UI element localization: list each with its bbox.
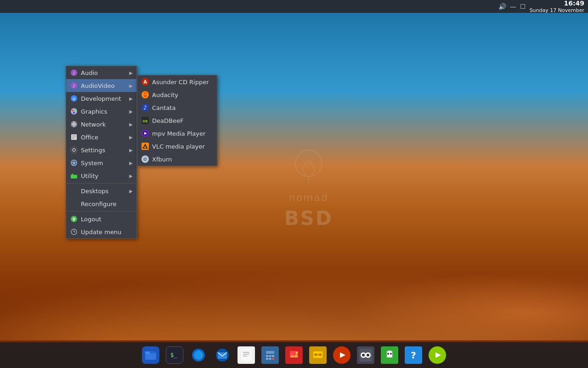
menu-item-office[interactable]: Office ▶ — [66, 131, 136, 144]
audiovideo-arrow: ▶ — [129, 83, 133, 88]
svg-rect-43 — [145, 353, 156, 360]
dock-item-help[interactable]: ? — [402, 344, 424, 366]
submenu-label-vlc: VLC media player — [152, 143, 205, 150]
dock-item-ristretto[interactable] — [283, 344, 305, 366]
submenu-audiovideo: A Asunder CD Ripper Audacity ♪ Cantata D… — [137, 75, 217, 166]
submenu-label-audacity: Audacity — [152, 92, 178, 98]
submenu-label-asunder: Asunder CD Ripper — [152, 79, 209, 86]
menu-item-logout[interactable]: Logout — [66, 213, 136, 225]
audio-arrow: ▶ — [129, 70, 133, 75]
svg-rect-57 — [266, 355, 268, 357]
context-menu: ♪ Audio ▶ ♪ AudioVideo ▶ ⚙ Development ▶… — [66, 66, 137, 239]
graphics-arrow: ▶ — [129, 109, 133, 114]
dock-item-firefox[interactable] — [187, 344, 209, 366]
menu-item-graphics[interactable]: Graphics ▶ — [66, 105, 136, 118]
xfburn-icon — [141, 155, 149, 163]
svg-point-81 — [390, 353, 392, 355]
development-icon: ⚙ — [70, 94, 78, 103]
menu-item-settings[interactable]: Settings ▶ — [66, 144, 136, 156]
svg-text:♪: ♪ — [73, 84, 75, 88]
svg-point-9 — [72, 109, 74, 111]
menu-item-desktops[interactable]: Desktops ▶ — [66, 184, 136, 197]
submenu-label-cantata: Cantata — [152, 104, 175, 111]
office-icon — [70, 133, 78, 141]
nomadbsd-logo: nomad BSD — [284, 147, 333, 230]
network-arrow: ▶ — [129, 122, 133, 127]
menu-item-utility[interactable]: Utility ▶ — [66, 169, 136, 182]
dock-item-files[interactable] — [140, 344, 162, 366]
nomadbsd-text-bsd: BSD — [284, 207, 333, 230]
svg-rect-44 — [145, 351, 150, 354]
svg-point-66 — [296, 352, 298, 354]
clock: 16:49 Sunday 17 November — [530, 0, 584, 13]
svg-text:♪: ♪ — [73, 71, 75, 75]
svg-point-80 — [387, 353, 389, 355]
submenu-item-cantata[interactable]: ♪ Cantata — [137, 101, 217, 114]
svg-text:⚙: ⚙ — [72, 97, 75, 101]
reconfigure-icon — [70, 200, 78, 208]
graphics-icon — [70, 107, 78, 115]
dock-item-terminal[interactable]: $_ — [164, 344, 186, 366]
deadbeef-icon: DB — [141, 116, 149, 125]
desktops-arrow: ▶ — [129, 189, 133, 194]
menu-label-audiovideo: AudioVideo — [81, 82, 114, 89]
menu-label-update: Update menu — [81, 229, 121, 236]
dock-item-nomadbsd[interactable] — [426, 344, 448, 366]
dock-item-calculator[interactable] — [259, 344, 281, 366]
svg-point-41 — [145, 159, 146, 160]
dock-item-media-player[interactable] — [331, 344, 353, 366]
svg-rect-61 — [269, 358, 271, 360]
office-arrow: ▶ — [129, 135, 133, 140]
menu-item-development[interactable]: ⚙ Development ▶ — [66, 92, 136, 105]
clock-date: Sunday 17 November — [530, 7, 584, 13]
submenu-item-mpv[interactable]: mpv Media Player — [137, 127, 217, 140]
dock-item-ghost[interactable] — [379, 344, 401, 366]
menu-item-audio[interactable]: ♪ Audio ▶ — [66, 66, 136, 79]
menu-item-system[interactable]: System ▶ — [66, 156, 136, 169]
submenu-item-xfburn[interactable]: Xfburn — [137, 153, 217, 166]
window-minimize-icon[interactable]: — — [510, 3, 516, 10]
volume-icon[interactable]: 🔊 — [498, 3, 506, 10]
menu-label-graphics: Graphics — [81, 108, 107, 115]
window-close-icon[interactable]: ☐ — [520, 3, 526, 10]
submenu-item-deadbeef[interactable]: DB DeaDBeeF — [137, 114, 217, 127]
dock-item-thunderbird[interactable] — [211, 344, 233, 366]
vlc-icon — [141, 142, 149, 150]
menu-item-update[interactable]: Update menu — [66, 225, 136, 238]
settings-icon — [70, 146, 78, 154]
settings-arrow: ▶ — [129, 148, 133, 153]
submenu-item-audacity[interactable]: Audacity — [137, 88, 217, 101]
svg-rect-60 — [266, 358, 268, 360]
clock-time: 16:49 — [530, 0, 584, 7]
submenu-item-vlc[interactable]: VLC media player — [137, 140, 217, 153]
dock-item-eyes[interactable] — [355, 344, 377, 366]
svg-rect-62 — [272, 358, 274, 360]
update-icon — [70, 228, 78, 236]
audio-icon: ♪ — [70, 69, 78, 77]
svg-rect-71 — [317, 354, 319, 356]
svg-point-78 — [367, 354, 369, 356]
svg-rect-56 — [266, 351, 274, 354]
asunder-icon: A — [141, 78, 149, 86]
svg-point-18 — [73, 149, 75, 151]
submenu-item-asunder[interactable]: A Asunder CD Ripper — [137, 75, 217, 88]
dock-item-medusa[interactable] — [307, 344, 329, 366]
menu-label-settings: Settings — [81, 147, 105, 154]
svg-rect-59 — [272, 355, 274, 357]
svg-text:A: A — [143, 80, 147, 85]
svg-point-38 — [144, 146, 146, 148]
taskbar: $_ — [0, 342, 588, 368]
menu-item-network[interactable]: Network ▶ — [66, 118, 136, 131]
svg-point-24 — [73, 219, 75, 221]
menu-divider-2 — [66, 211, 136, 212]
svg-point-0 — [295, 150, 322, 177]
dock-item-mousepad[interactable] — [235, 344, 257, 366]
svg-point-11 — [73, 112, 75, 114]
cantata-icon: ♪ — [141, 104, 149, 112]
development-arrow: ▶ — [129, 96, 133, 101]
menu-item-audiovideo[interactable]: ♪ AudioVideo ▶ — [66, 79, 136, 92]
menu-item-reconfigure[interactable]: Reconfigure — [66, 197, 136, 210]
svg-point-19 — [71, 147, 77, 153]
svg-rect-51 — [241, 349, 251, 361]
svg-point-77 — [362, 354, 365, 356]
